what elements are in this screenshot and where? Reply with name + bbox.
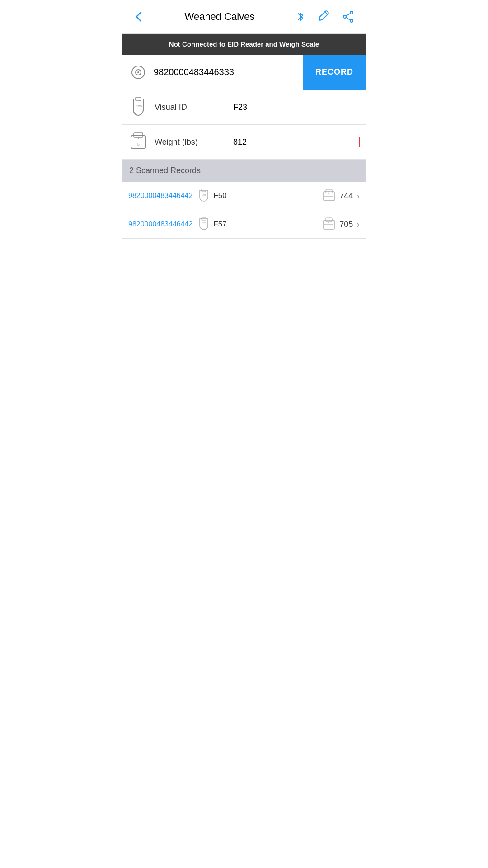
record-row[interactable]: 9820000483446442 1255 F50 [122, 182, 366, 210]
back-button[interactable] [131, 9, 147, 25]
record-weight-area: 705 [322, 217, 353, 231]
record-scale-icon [322, 217, 336, 231]
eid-input-area [122, 55, 303, 90]
header-icons [292, 8, 357, 25]
weight-input[interactable] [233, 137, 360, 147]
scale-icon: lb [128, 132, 148, 152]
record-row[interactable]: 9820000483446442 1255 F57 [122, 210, 366, 239]
connection-status-bar: Not Connected to EID Reader and Weigh Sc… [122, 34, 366, 55]
record-tag-icon: 1255 [197, 217, 211, 231]
tag-icon: 1255 [128, 97, 148, 117]
svg-text:1255: 1255 [202, 193, 206, 196]
eid-row: RECORD [122, 55, 366, 90]
eid-scan-icon [128, 62, 148, 82]
record-weight-area: 744 [322, 189, 353, 203]
edit-button[interactable] [316, 9, 333, 25]
weight-label: Weight (lbs) [155, 137, 227, 147]
record-button[interactable]: RECORD [303, 55, 366, 90]
bluetooth-button[interactable] [292, 8, 309, 25]
svg-text:1255: 1255 [202, 222, 206, 225]
connection-status-text: Not Connected to EID Reader and Weigh Sc… [169, 40, 319, 48]
svg-rect-25 [326, 218, 332, 222]
record-scale-icon [322, 189, 336, 203]
svg-text:lb: lb [137, 143, 140, 146]
eid-input[interactable] [154, 67, 296, 77]
chevron-right-icon: › [357, 219, 360, 230]
svg-point-1 [350, 11, 353, 14]
share-button[interactable] [340, 8, 357, 25]
svg-point-2 [350, 19, 353, 22]
record-weight: 705 [339, 220, 353, 229]
chevron-right-icon: › [357, 191, 360, 201]
record-eid: 9820000483446442 [128, 220, 192, 228]
scanned-records-header: 2 Scanned Records [122, 160, 366, 182]
svg-line-4 [346, 14, 351, 16]
svg-line-5 [346, 18, 351, 20]
weight-row: lb Weight (lbs) [122, 125, 366, 160]
svg-point-8 [137, 71, 139, 73]
record-visual-id: F57 [213, 220, 322, 229]
record-weight: 744 [339, 191, 353, 201]
svg-text:1255: 1255 [135, 104, 142, 108]
page-title: Weaned Calves [147, 11, 292, 23]
record-eid: 9820000483446442 [128, 192, 192, 200]
app-header: Weaned Calves [122, 0, 366, 34]
record-visual-id: F50 [213, 191, 322, 200]
visual-id-row: 1255 Visual ID [122, 90, 366, 125]
visual-id-label: Visual ID [155, 103, 227, 112]
visual-id-input[interactable] [233, 103, 360, 112]
svg-line-0 [325, 12, 328, 15]
record-tag-icon: 1255 [197, 189, 211, 203]
scanned-records-label: 2 Scanned Records [129, 166, 201, 175]
records-list: 9820000483446442 1255 F50 [122, 182, 366, 239]
svg-rect-19 [326, 189, 332, 193]
svg-point-3 [343, 15, 346, 18]
